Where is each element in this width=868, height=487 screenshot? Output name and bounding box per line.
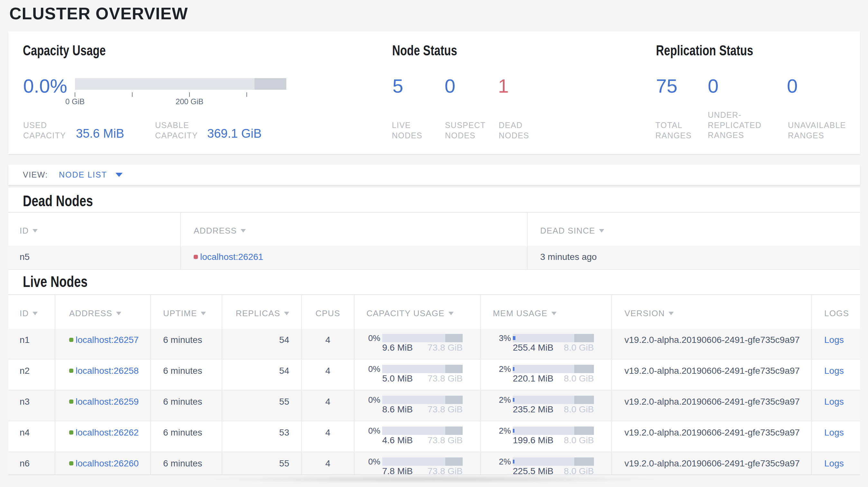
live-status-dot-icon	[69, 461, 73, 465]
node-address-cell: localhost:26259	[55, 390, 150, 421]
node-id-cell: n4	[8, 421, 55, 452]
node-address-link[interactable]: localhost:26258	[75, 365, 139, 377]
dead-nodes-label: DEAD NODES	[499, 120, 547, 140]
node-capacity-usage-cell: 0% 9.6 MiB 73.8 GiB	[354, 329, 480, 359]
mem-bar	[513, 365, 594, 373]
column-header-version[interactable]: VERSION	[611, 295, 811, 329]
sort-desc-icon	[551, 312, 557, 315]
node-address-link[interactable]: localhost:26262	[75, 427, 139, 439]
node-logs-link[interactable]: Logs	[824, 396, 844, 408]
live-nodes-table: IDADDRESSUPTIMEREPLICASCPUSCAPACITY USAG…	[8, 294, 860, 475]
live-node-row: n6 localhost:26260 6 minutes 55 4 0% 7.8…	[8, 452, 860, 475]
capacity-bar	[382, 365, 463, 373]
capacity-used-value: 7.8 MiB	[382, 466, 413, 475]
node-version-cell: v19.2.0-alpha.20190606-2491-gfe735c9a97	[611, 329, 811, 359]
column-header-id[interactable]: ID	[8, 213, 180, 246]
capacity-bar	[382, 334, 463, 342]
capacity-bar	[382, 426, 463, 435]
node-capacity-usage-cell: 0% 7.8 MiB 73.8 GiB	[354, 452, 480, 475]
node-logs-cell: Logs	[811, 360, 860, 390]
node-version-cell: v19.2.0-alpha.20190606-2491-gfe735c9a97	[611, 390, 811, 421]
node-logs-link[interactable]: Logs	[824, 334, 844, 346]
dead-nodes-table: IDADDRESSDEAD SINCE n5 localhost:26261 3…	[8, 212, 860, 270]
capacity-bar	[382, 396, 463, 404]
node-capacity-usage-cell: 0% 4.6 MiB 73.8 GiB	[354, 421, 480, 452]
column-header-uptime[interactable]: UPTIME	[150, 295, 222, 329]
usable-capacity-value: 369.1 GiB	[207, 127, 261, 140]
column-header-address[interactable]: ADDRESS	[180, 213, 527, 246]
column-header-label: UPTIME	[163, 309, 197, 319]
mem-used-value: 220.1 MiB	[513, 374, 553, 383]
view-selector-bar: VIEW: NODE LIST	[8, 165, 860, 185]
node-replicas-cell: 54	[222, 329, 301, 359]
column-header-label: LOGS	[824, 309, 849, 319]
node-address-link[interactable]: localhost:26259	[75, 396, 139, 408]
under-replicated-ranges-label: UNDER-REPLICATED RANGES	[708, 110, 767, 140]
mem-bar-used-segment	[513, 367, 515, 371]
mem-bar	[513, 426, 594, 435]
column-header-label: CAPACITY USAGE	[366, 309, 445, 319]
column-header-mem-usage[interactable]: MEM USAGE	[480, 295, 611, 329]
node-address-link[interactable]: localhost:26261	[200, 251, 263, 263]
mem-used-value: 235.2 MiB	[513, 404, 553, 414]
sort-desc-icon	[201, 312, 206, 315]
column-header-capacity-usage[interactable]: CAPACITY USAGE	[354, 295, 480, 329]
mem-used-value: 255.4 MiB	[513, 343, 553, 353]
capacity-used-value: 5.0 MiB	[382, 374, 413, 383]
sort-desc-icon	[32, 229, 38, 233]
live-status-dot-icon	[69, 369, 73, 373]
node-logs-cell: Logs	[811, 421, 860, 452]
live-status-dot-icon	[69, 399, 73, 404]
cluster-summary-card: Capacity Usage 0.0% 0 GiB200 GiB USED CA…	[8, 32, 860, 154]
node-logs-cell: Logs	[811, 452, 860, 475]
capacity-bar-other-segment	[445, 365, 463, 373]
chevron-down-icon[interactable]	[116, 173, 123, 177]
node-capacity-usage-cell: 0% 5.0 MiB 73.8 GiB	[354, 360, 480, 390]
node-logs-link[interactable]: Logs	[824, 458, 844, 469]
unavailable-ranges-label: UNAVAILABLE RANGES	[788, 120, 847, 140]
column-header-label: REPLICAS	[236, 309, 280, 319]
mem-bar-used-segment	[513, 460, 515, 463]
node-address-link[interactable]: localhost:26260	[75, 458, 139, 469]
node-capacity-usage-cell: 0% 8.6 MiB 73.8 GiB	[354, 390, 480, 421]
capacity-axis-tick	[189, 92, 190, 97]
node-replicas-cell: 53	[222, 421, 301, 452]
mem-bar	[513, 334, 594, 342]
sort-desc-icon	[241, 229, 246, 233]
node-mem-usage-cell: 3% 255.4 MiB 8.0 GiB	[480, 329, 611, 359]
used-capacity-value: 35.6 MiB	[76, 127, 124, 140]
node-cpus-cell: 4	[301, 390, 354, 421]
capacity-percent-label: 0%	[361, 396, 380, 404]
column-header-cpus: CPUS	[301, 295, 354, 329]
node-address-link[interactable]: localhost:26257	[75, 334, 139, 346]
dead-since-cell: 3 minutes ago	[527, 246, 860, 269]
view-dropdown[interactable]: NODE LIST	[59, 165, 107, 185]
node-id-cell: n2	[8, 360, 55, 390]
column-header-id[interactable]: ID	[8, 295, 55, 329]
capacity-bar-other-segment	[445, 426, 463, 435]
node-cpus-cell: 4	[301, 360, 354, 390]
column-header-label: CPUS	[315, 309, 340, 319]
dead-status-dot-icon	[194, 255, 198, 259]
node-logs-link[interactable]: Logs	[824, 427, 844, 439]
mem-percent-label: 2%	[487, 457, 511, 466]
capacity-bar-other-segment	[254, 78, 286, 90]
node-uptime-cell: 6 minutes	[150, 329, 222, 359]
column-header-replicas[interactable]: REPLICAS	[222, 295, 301, 329]
live-nodes-count: 5	[393, 76, 403, 96]
node-uptime-cell: 6 minutes	[150, 360, 222, 390]
node-logs-link[interactable]: Logs	[824, 365, 844, 377]
mem-bar	[513, 457, 594, 466]
mem-percent-label: 2%	[487, 426, 511, 435]
column-header-dead-since[interactable]: DEAD SINCE	[527, 213, 860, 246]
capacity-used-percent: 0.0%	[23, 76, 67, 96]
live-node-row: n1 localhost:26257 6 minutes 54 4 0% 9.6…	[8, 329, 860, 360]
node-version-cell: v19.2.0-alpha.20190606-2491-gfe735c9a97	[611, 421, 811, 452]
capacity-bar-other-segment	[445, 457, 463, 466]
live-nodes-heading: Live Nodes	[23, 274, 88, 290]
column-header-address[interactable]: ADDRESS	[55, 295, 150, 329]
live-nodes-table-header: IDADDRESSUPTIMEREPLICASCPUSCAPACITY USAG…	[8, 295, 860, 329]
capacity-total-value: 73.8 GiB	[428, 343, 463, 353]
sort-desc-icon	[116, 312, 121, 315]
mem-total-value: 8.0 GiB	[564, 374, 594, 383]
